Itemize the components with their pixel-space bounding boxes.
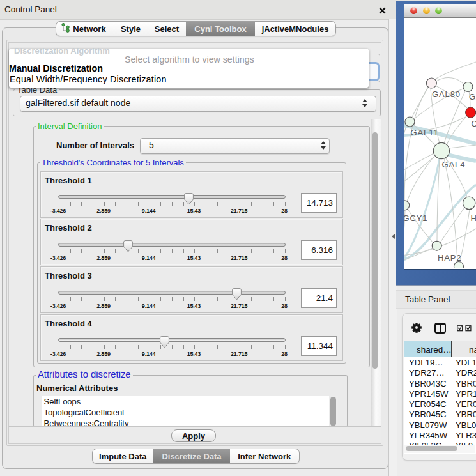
- svg-text:C: C: [472, 119, 476, 128]
- svg-text:GAL11: GAL11: [411, 128, 439, 137]
- svg-text:GAL80: GAL80: [432, 89, 461, 99]
- svg-text:HAP2: HAP2: [438, 253, 462, 263]
- svg-text:GA: GA: [469, 92, 476, 102]
- svg-text:H: H: [471, 213, 476, 223]
- svg-text:GCY1: GCY1: [404, 213, 428, 223]
- svg-text:GAL4: GAL4: [442, 160, 466, 169]
